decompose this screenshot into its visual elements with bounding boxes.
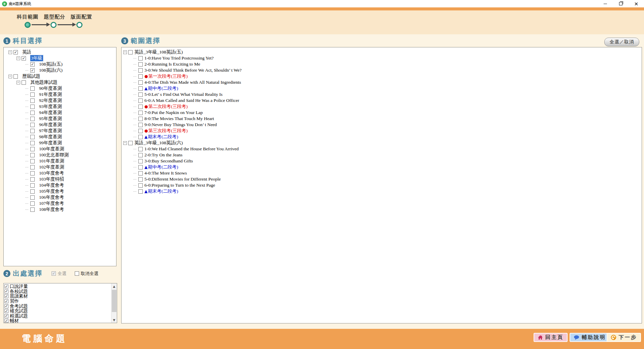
tree-node-label[interactable]: 1-0:Have You Tried Postcrossing Yet? (144, 55, 214, 61)
tree-node-label[interactable]: ▲期末考(二段考) (144, 134, 178, 140)
source-list-item[interactable]: 輔材 (4, 318, 111, 323)
tree-node[interactable]: 103年度會考 (4, 170, 116, 176)
tree-node[interactable]: 105年度會考 (4, 188, 116, 194)
expand-collapse-minus-box[interactable] (123, 50, 127, 54)
tree-node-checkbox[interactable] (138, 74, 143, 79)
tree-node-label[interactable]: 98年度基測 (39, 134, 62, 140)
tree-node-checkbox[interactable] (30, 147, 35, 151)
tree-node-label[interactable]: ▲期中考(二段考) (144, 85, 178, 91)
tree-node-checkbox[interactable] (138, 135, 143, 139)
tree-node-label[interactable]: 4-0:The More It Snows (144, 170, 187, 176)
deselect-all-checkbox-group[interactable]: 取消全選 (73, 271, 98, 277)
expand-collapse-minus-box[interactable] (16, 81, 20, 84)
tree-node[interactable]: 5-0:Let’ s Find Out What Virtual Reality… (122, 91, 642, 98)
source-item-checkbox[interactable] (4, 319, 8, 323)
expand-collapse-minus-box[interactable] (16, 56, 20, 60)
tree-node-label[interactable]: 107年度會考 (39, 200, 64, 206)
tree-node-checkbox[interactable] (138, 68, 143, 73)
tree-node-checkbox[interactable] (30, 123, 35, 127)
minimize-button[interactable] (598, 0, 613, 7)
tree-node-label[interactable]: 94年度基測 (39, 110, 62, 116)
tree-node-label[interactable]: 4-0:The Dish Was Made with All Natural I… (144, 80, 241, 85)
tree-node-checkbox[interactable] (30, 189, 35, 194)
tree-node-checkbox[interactable] (30, 105, 35, 109)
tree-node[interactable]: 97年度基測 (4, 128, 116, 134)
tree-node-label[interactable]: 6-0:Preparing to Turn to the Next Page (144, 183, 215, 188)
tree-node[interactable]: 91年度基測 (4, 91, 116, 98)
expand-collapse-minus-box[interactable] (8, 50, 12, 54)
tree-node[interactable]: 4-0:The More It Snows (122, 170, 642, 176)
tree-node[interactable]: 1-0:We Had Cleaned the House Before You … (122, 146, 642, 152)
tree-node[interactable]: 英語_3年級_108英語(五) (122, 49, 642, 55)
tree-node[interactable]: 100年度基測 (4, 146, 116, 152)
tree-node-label[interactable]: 7-0:Put the Napkin on Your Lap (144, 110, 203, 115)
tree-node-label[interactable]: 92年度基測 (39, 98, 62, 104)
tree-node-checkbox[interactable] (138, 92, 143, 97)
tree-node-checkbox[interactable] (30, 117, 35, 121)
tree-node-checkbox[interactable] (30, 177, 35, 182)
tree-node-label[interactable]: 5-0:Different Movies for Different Peopl… (144, 177, 221, 182)
tree-node-label[interactable]: 106年度會考 (39, 194, 64, 200)
select-all-checkbox-group[interactable]: 全選 (50, 271, 66, 277)
tree-node-label[interactable]: 103年度特招 (39, 176, 64, 182)
tree-node-checkbox[interactable] (30, 129, 35, 133)
tree-node-checkbox[interactable] (138, 183, 143, 188)
tree-node-checkbox[interactable] (30, 165, 35, 169)
tree-node-label[interactable]: 108年度會考 (39, 206, 64, 212)
tree-node-label[interactable]: 100北北基聯測 (39, 152, 69, 158)
tree-node-checkbox[interactable] (13, 50, 18, 54)
tree-node[interactable]: 6-0:Preparing to Turn to the Next Page (122, 182, 642, 188)
tree-node-label[interactable]: 101年度基測 (39, 158, 64, 164)
tree-node[interactable]: 100北北基聯測 (4, 152, 116, 158)
tree-node[interactable]: 1-0:Have You Tried Postcrossing Yet? (122, 55, 642, 61)
tree-node[interactable]: 94年度基測 (4, 110, 116, 116)
tree-node-checkbox[interactable] (30, 153, 35, 157)
select-all-toggle-button[interactable]: 全選／取消 (604, 38, 639, 46)
tree-node-checkbox[interactable] (138, 62, 143, 67)
tree-node[interactable]: 3-0:Buy Secondhand Gifts (122, 158, 642, 164)
source-item-checkbox[interactable] (4, 289, 8, 294)
tree-node[interactable]: 108年度會考 (4, 206, 116, 212)
tree-node[interactable]: 8-0:The Movies That Touch My Heart (122, 116, 642, 122)
tree-node-checkbox[interactable] (30, 141, 35, 145)
source-item-checkbox[interactable] (4, 309, 8, 313)
next-step-button[interactable]: 下一步 (607, 333, 641, 342)
tree-node[interactable]: 英語_3年級_108英語(六) (122, 140, 642, 146)
tree-node-checkbox[interactable] (128, 50, 133, 54)
source-item-checkbox[interactable] (4, 314, 8, 318)
tree-node-label[interactable]: 3年級 (30, 55, 43, 61)
tree-node[interactable]: 2-0:Try On the Jeans (122, 152, 642, 158)
tree-node[interactable]: ●第一次段考(三段考) (122, 73, 642, 79)
tree-node-checkbox[interactable] (30, 111, 35, 115)
tree-node-label[interactable]: 2-0:Running Is Exciting to Me (144, 62, 200, 67)
tree-node[interactable]: 103年度特招 (4, 176, 116, 182)
tree-node-checkbox[interactable] (30, 62, 35, 67)
tree-node-label[interactable]: 1-0:We Had Cleaned the House Before You … (144, 146, 239, 152)
tree-node-checkbox[interactable] (138, 117, 143, 121)
deselect-all-checkbox[interactable] (75, 271, 79, 276)
tree-node[interactable]: 90年度基測 (4, 85, 116, 91)
tree-node-checkbox[interactable] (138, 159, 143, 163)
source-list-scrollbar[interactable]: ▲ ▼ (111, 283, 117, 323)
tree-node[interactable]: 其他題庫試題 (4, 79, 116, 85)
tree-node-checkbox[interactable] (30, 92, 35, 97)
tree-node-label[interactable]: 108英語(六) (39, 67, 63, 73)
source-item-checkbox[interactable] (4, 284, 8, 288)
tree-node-checkbox[interactable] (30, 135, 35, 139)
source-item-checkbox[interactable] (4, 304, 8, 308)
scroll-up-arrow-icon[interactable]: ▲ (111, 284, 117, 289)
tree-node-checkbox[interactable] (30, 171, 35, 176)
tree-node-label[interactable]: 103年度會考 (39, 170, 64, 176)
tree-node-label[interactable]: 96年度基測 (39, 122, 62, 128)
tree-node[interactable]: 6-0:A Man Called and Said He Was a Polic… (122, 98, 642, 104)
tree-node-label[interactable]: 108英語(五) (39, 61, 63, 67)
tree-node-label[interactable]: 100年度基測 (39, 146, 64, 152)
source-list-item[interactable]: 晨讀素材 (4, 294, 111, 299)
tree-node[interactable]: 108英語(五) (4, 61, 116, 67)
tree-node-label[interactable]: 99年度基測 (39, 140, 62, 146)
expand-collapse-minus-box[interactable] (8, 75, 12, 78)
tree-node-label[interactable]: 其他題庫試題 (30, 79, 58, 85)
tree-node-label[interactable]: ▲期末考(二段考) (144, 188, 178, 194)
tree-node[interactable]: 98年度基測 (4, 134, 116, 140)
tree-node-checkbox[interactable] (22, 80, 26, 85)
